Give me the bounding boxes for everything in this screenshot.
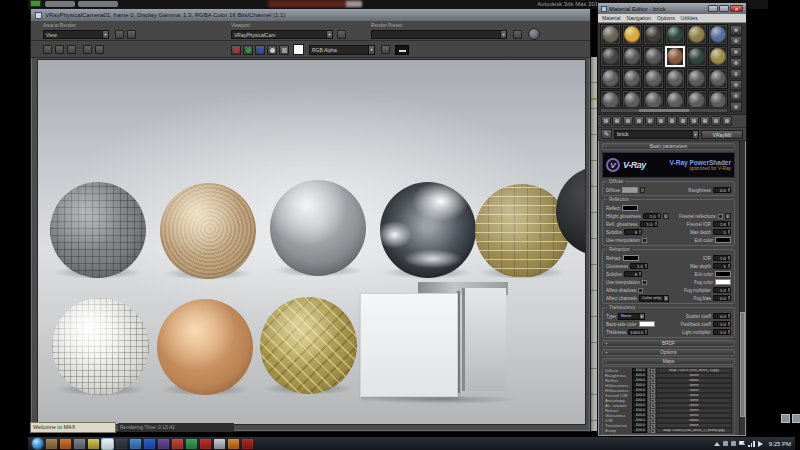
put-to-library-icon[interactable]: [656, 116, 666, 126]
spinner-arrows-icon[interactable]: [648, 383, 650, 388]
checkbox[interactable]: [642, 238, 647, 243]
spinner-arrows-icon[interactable]: [727, 330, 730, 334]
taskbar-app-icon[interactable]: [200, 439, 211, 449]
rollout-brdf[interactable]: BRDF: [602, 340, 735, 347]
background-icon[interactable]: [730, 47, 742, 57]
map-enable-checkbox[interactable]: ✓: [651, 404, 655, 408]
material-sample-slot[interactable]: [686, 68, 707, 89]
material-sample-slot[interactable]: [708, 24, 729, 45]
map-slot-button[interactable]: None: [656, 378, 732, 383]
layers-icon[interactable]: [381, 45, 390, 54]
material-sample-slot[interactable]: [665, 90, 686, 107]
material-sample-slot[interactable]: [600, 46, 621, 67]
map-enable-checkbox[interactable]: ✓: [651, 399, 655, 403]
rollout-basic-parameters[interactable]: Basic parameters: [602, 143, 735, 150]
render-window-titlebar[interactable]: VRayPhysicalCamera01, frame 0, Display G…: [31, 9, 590, 21]
go-to-parent-icon[interactable]: [700, 116, 710, 126]
edit-region-icon[interactable]: [115, 30, 124, 39]
map-amount-spinner[interactable]: 100.0: [632, 373, 647, 378]
render-preset-dropdown[interactable]: ▾: [371, 30, 507, 39]
toggle-ui-icon[interactable]: [395, 45, 409, 55]
assign-material-icon[interactable]: [623, 116, 633, 126]
taskbar-app-icon[interactable]: [172, 439, 183, 449]
color-swatch[interactable]: [715, 271, 731, 277]
menu-options[interactable]: Options: [657, 15, 675, 21]
spinner-arrows-icon[interactable]: [648, 418, 650, 423]
spinner[interactable]: 1.6: [713, 221, 731, 227]
spinner-arrows-icon[interactable]: [638, 272, 641, 276]
spinner[interactable]: 8: [624, 229, 642, 235]
desktop-shortcut-icon[interactable]: [792, 414, 800, 423]
pick-material-from-object-icon[interactable]: [601, 129, 612, 139]
color-swatch[interactable]: [622, 187, 638, 193]
panel-scrollbar[interactable]: [739, 141, 745, 435]
material-sample-slot[interactable]: [622, 90, 643, 107]
spinner-arrows-icon[interactable]: [648, 408, 650, 413]
material-type-button[interactable]: VRayMtl: [701, 130, 743, 139]
spinner[interactable]: 1.0: [713, 321, 731, 327]
spinner[interactable]: 1000.0: [628, 329, 648, 335]
spinner[interactable]: 1.0: [630, 263, 648, 269]
panel-scrollbar-thumb[interactable]: [740, 312, 745, 418]
spinner[interactable]: 0.0: [713, 295, 731, 301]
taskbar-app-icon[interactable]: [88, 439, 99, 449]
material-sample-slot[interactable]: [708, 90, 729, 107]
material-sample-slot[interactable]: [622, 68, 643, 89]
checkbox[interactable]: [642, 280, 647, 285]
map-amount-spinner[interactable]: 100.0: [632, 383, 647, 388]
taskbar-app-icon[interactable]: [158, 439, 169, 449]
spinner[interactable]: 1.6: [713, 255, 731, 261]
material-editor-titlebar[interactable]: Material Editor - brick ✕: [598, 3, 746, 14]
area-to-render-dropdown[interactable]: View▾: [43, 30, 109, 39]
map-slot-button[interactable]: None: [656, 413, 732, 418]
render-teapot-icon[interactable]: [528, 28, 540, 40]
checkbox[interactable]: [718, 214, 723, 219]
pick-material-icon[interactable]: [722, 116, 732, 126]
map-enable-checkbox[interactable]: ✓: [651, 384, 655, 388]
material-id-icon[interactable]: [667, 116, 677, 126]
lock-viewport-icon[interactable]: [337, 30, 346, 39]
sample-horizontal-scrollbar[interactable]: [600, 108, 728, 113]
map-amount-spinner[interactable]: 100.0: [632, 393, 647, 398]
volume-icon[interactable]: [758, 441, 766, 447]
map-amount-spinner[interactable]: 100.0: [632, 413, 647, 418]
material-sample-slot[interactable]: [665, 46, 686, 67]
taskbar-app-icon[interactable]: [214, 439, 225, 449]
color-swatch[interactable]: [715, 279, 731, 285]
maximize-icon[interactable]: [719, 5, 729, 12]
show-map-viewport-icon[interactable]: [678, 116, 688, 126]
spinner-arrows-icon[interactable]: [644, 264, 647, 268]
rollout-options[interactable]: Options: [602, 349, 735, 356]
spinner-arrows-icon[interactable]: [648, 373, 650, 378]
spinner-arrows-icon[interactable]: [727, 222, 730, 226]
map-slot-button[interactable]: None: [656, 373, 732, 378]
dropdown[interactable]: Color only▾: [639, 295, 669, 302]
map-amount-spinner[interactable]: 100.0: [632, 418, 647, 423]
spinner-arrows-icon[interactable]: [648, 403, 650, 408]
network-icon[interactable]: [748, 441, 755, 447]
material-sample-slot[interactable]: [643, 24, 664, 45]
menu-utilities[interactable]: Utilities: [681, 15, 698, 21]
channel-display-dropdown[interactable]: RGB Alpha▾: [309, 45, 375, 55]
blue-channel-icon[interactable]: [255, 45, 265, 55]
material-sample-slot[interactable]: [643, 68, 664, 89]
map-amount-spinner[interactable]: 100.0: [632, 408, 647, 413]
spinner-arrows-icon[interactable]: [648, 388, 650, 393]
map-slot-button[interactable]: None: [656, 398, 732, 403]
taskbar-app-icon[interactable]: [228, 439, 239, 449]
map-slot-button[interactable]: None: [656, 403, 732, 408]
map-amount-spinner[interactable]: 100.0: [632, 368, 647, 373]
material-sample-slot[interactable]: [600, 68, 621, 89]
spinner[interactable]: 1.0: [643, 213, 661, 219]
map-slot-button[interactable]: None: [656, 383, 732, 388]
material-sample-slot[interactable]: [600, 90, 621, 107]
spinner-arrows-icon[interactable]: [648, 413, 650, 418]
desktop-shortcut-icon[interactable]: [781, 414, 790, 423]
spinner-arrows-icon[interactable]: [648, 423, 650, 428]
menu-material[interactable]: Material: [602, 15, 620, 21]
taskbar-app-icon[interactable]: [102, 439, 113, 449]
auto-region-icon[interactable]: [127, 30, 136, 39]
viewport-dropdown[interactable]: VRayPhysicalCam▾: [231, 30, 333, 39]
print-image-icon[interactable]: [67, 45, 76, 54]
reset-map-icon[interactable]: [634, 116, 644, 126]
